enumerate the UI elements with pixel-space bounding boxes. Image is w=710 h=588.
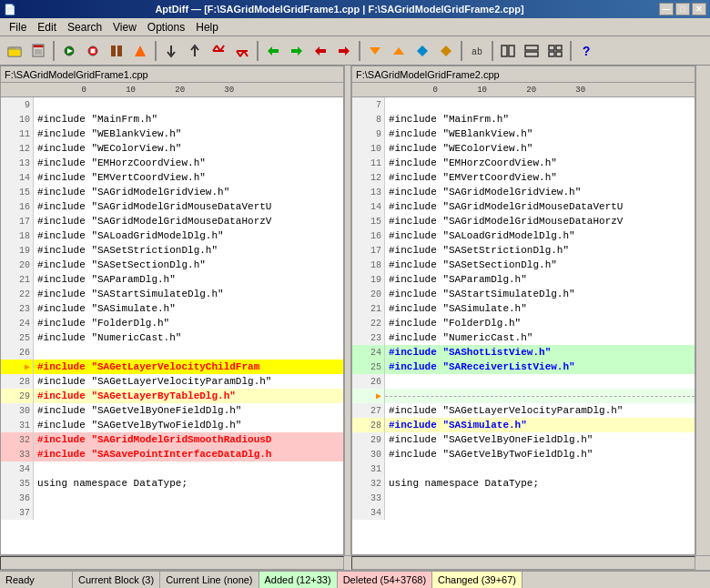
table-row: 36 (1, 491, 343, 505)
table-row: 34 (352, 505, 695, 520)
table-row: 20#include "SAStartSimulateDlg.h" (352, 287, 695, 301)
toolbar-btn-10[interactable] (231, 40, 253, 62)
table-row: 15#include "SAGridModelGridView.h" (1, 185, 343, 199)
status-deleted: Deleted (54+3768) (338, 572, 432, 588)
toolbar-btn-12[interactable] (286, 40, 308, 62)
svg-rect-12 (111, 46, 116, 56)
current-line-marker: ▶ (25, 361, 30, 372)
right-scrollbar[interactable] (695, 66, 710, 555)
table-row: 24#include "FolderDlg.h" (1, 316, 343, 330)
table-row: 11#include "WEBlankView.h" (1, 127, 343, 141)
title-bar: 📄 AptDiff — [F:\SAGridModelGridFrame1.cp… (0, 0, 710, 18)
toolbar-btn-7[interactable] (160, 40, 182, 62)
toolbar-btn-11[interactable] (262, 40, 284, 62)
toolbar-btn-20[interactable] (497, 40, 519, 62)
table-row: 10#include "WEColorView.h" (352, 141, 695, 156)
maximize-button[interactable]: □ (675, 3, 690, 15)
table-row: 27#include "SAGetLayerVelocityParamDlg.h… (352, 403, 695, 418)
toolbar-btn-13[interactable] (309, 40, 331, 62)
table-row: 21#include "SAParamDlg.h" (1, 272, 343, 287)
toolbar-btn-22[interactable] (544, 40, 566, 62)
right-code-area[interactable]: 7 8#include "MainFrm.h" 9#include "WEBla… (352, 97, 695, 554)
menu-search[interactable]: Search (62, 19, 107, 35)
svg-rect-28 (549, 46, 554, 50)
svg-rect-24 (502, 46, 507, 56)
left-ruler: 0 10 20 30 (1, 83, 343, 97)
table-row: 25#include "NumericCast.h" (1, 330, 343, 345)
table-row: 8#include "MainFrm.h" (352, 112, 695, 127)
svg-marker-17 (315, 46, 326, 56)
table-row: 30#include "SAGetVelByOneFieldDlg.h" (1, 403, 343, 418)
menu-view[interactable]: View (107, 19, 142, 35)
status-added: Added (12+33) (259, 572, 338, 588)
table-row: 33#include "SASavePointInterfaceDataDlg.… (1, 447, 343, 461)
table-row: 23#include "NumericCast.h" (352, 330, 695, 345)
svg-rect-11 (91, 48, 96, 53)
left-code-area[interactable]: 9 10#include "MainFrm.h" 11#include "WEB… (1, 97, 343, 554)
minimize-button[interactable]: — (659, 3, 674, 15)
table-row: 17#include "SAGridModelGridMouseDataHorz… (1, 214, 343, 228)
close-button[interactable]: ✕ (692, 3, 706, 15)
table-row: 12#include "EMVertCoordView.h" (352, 170, 695, 185)
hscroll-corner (695, 556, 710, 570)
toolbar-btn-5[interactable] (106, 40, 127, 62)
right-pane-header: F:\SAGridModelGridFrame2.cpp (352, 66, 695, 83)
menu-options[interactable]: Options (142, 19, 190, 35)
table-row: 14#include "EMVertCoordView.h" (1, 170, 343, 185)
toolbar-separator-3 (257, 41, 259, 61)
table-row: 26 (352, 374, 695, 389)
toolbar-btn-3[interactable] (58, 40, 80, 62)
toolbar-btn-16[interactable] (388, 40, 410, 62)
window-controls: — □ ✕ (659, 3, 706, 15)
horizontal-scroll-area (0, 555, 710, 570)
toolbar-btn-15[interactable] (364, 40, 386, 62)
toolbar-separator-7 (570, 41, 572, 61)
table-row: 7 (352, 97, 695, 112)
toolbar-btn-4[interactable] (82, 40, 104, 62)
svg-marker-22 (441, 46, 451, 56)
pane-splitter[interactable] (344, 66, 351, 555)
svg-marker-18 (339, 46, 350, 56)
table-row: 16#include "SALoadGridModelDlg.h" (352, 228, 695, 243)
menu-bar: File Edit Search View Options Help (0, 18, 710, 36)
left-pane: F:\SAGridModelGridFrame1.cpp 0 10 20 30 … (0, 66, 344, 555)
svg-rect-25 (509, 46, 514, 56)
table-row: 17#include "SASetStrictionDlg.h" (352, 243, 695, 258)
toolbar-btn-1[interactable] (4, 40, 25, 62)
toolbar-btn-6[interactable] (129, 40, 151, 62)
svg-marker-15 (268, 46, 279, 56)
toolbar-separator-6 (492, 41, 493, 61)
right-ruler: 0 10 20 30 (352, 83, 695, 97)
toolbar-btn-17[interactable] (411, 40, 433, 62)
left-ruler-text: 0 10 20 30 (37, 86, 234, 95)
toolbar-btn-2[interactable] (27, 40, 49, 62)
menu-edit[interactable]: Edit (32, 19, 62, 35)
status-added-text: Added (12+33) (265, 574, 331, 585)
menu-help[interactable]: Help (190, 19, 224, 35)
toolbar-btn-9[interactable] (208, 40, 229, 62)
table-row: 19#include "SASetStrictionDlg.h" (1, 243, 343, 258)
table-row: 30#include "SAGetVelByTwoFieldDlg.h" (352, 447, 695, 461)
toolbar-btn-21[interactable] (521, 40, 543, 62)
toolbar-btn-19[interactable]: ab (466, 40, 488, 62)
right-file-path: F:\SAGridModelGridFrame2.cpp (356, 69, 500, 80)
toolbar-btn-8[interactable] (184, 40, 206, 62)
table-row: 29#include "SAGetLayerByTableDlg.h" (1, 389, 343, 403)
table-row: 22#include "SAStartSimulateDlg.h" (1, 287, 343, 301)
toolbar-separator-5 (461, 41, 462, 61)
table-row: 13#include "SAGridModelGridView.h" (352, 185, 695, 199)
table-row: 26 (1, 345, 343, 360)
table-row: 23#include "SASimulate.h" (1, 301, 343, 316)
toolbar-help-btn[interactable]: ? (575, 40, 597, 62)
toolbar-btn-14[interactable] (333, 40, 355, 62)
left-hscroll[interactable] (0, 556, 344, 570)
table-row: 9 (1, 97, 343, 112)
table-row: 32using namespace DataType; (352, 476, 695, 491)
table-row: 37 (1, 505, 343, 520)
table-row: 16#include "SAGridModelGridMouseDataVert… (1, 199, 343, 214)
menu-file[interactable]: File (4, 19, 32, 35)
toolbar-btn-18[interactable] (435, 40, 457, 62)
svg-rect-13 (117, 46, 122, 56)
table-row: 29#include "SAGetVelByOneFieldDlg.h" (352, 432, 695, 447)
right-hscroll[interactable] (351, 556, 695, 570)
